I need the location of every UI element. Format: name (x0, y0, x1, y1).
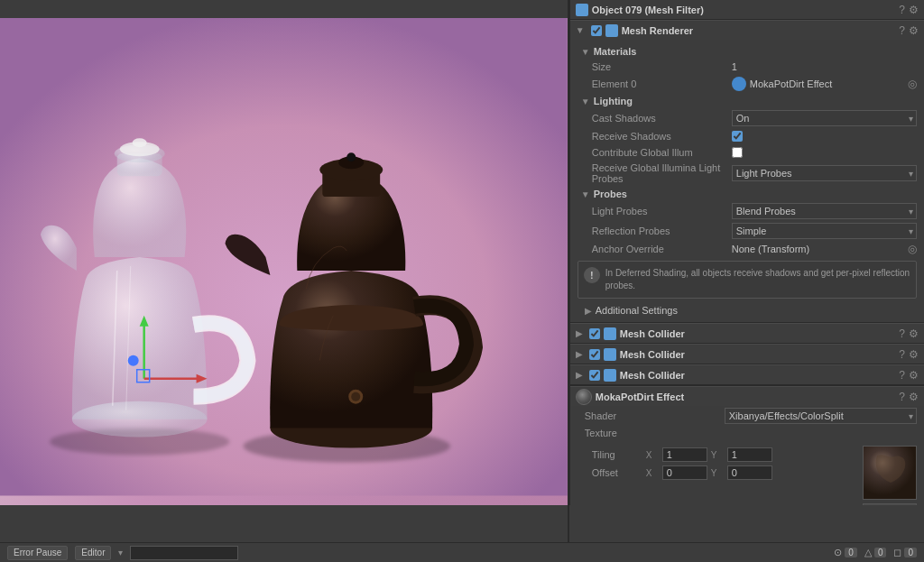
receive-global-label: Receive Global Illumina Light Probes (592, 162, 732, 184)
info-counter: ◻ 0 (893, 547, 917, 558)
mc1-help[interactable]: ? (899, 327, 905, 340)
mat-settings[interactable]: ⚙ (909, 391, 919, 403)
warning-counter: △ 0 (864, 547, 887, 558)
anchor-target-icon[interactable]: ◎ (908, 243, 917, 255)
mesh-collider-3-header[interactable]: ▶ Mesh Collider ? ⚙ (570, 364, 924, 384)
size-label: Size (592, 61, 732, 72)
contribute-global-checkbox[interactable] (732, 147, 743, 158)
mesh-renderer-checkbox[interactable] (591, 25, 602, 36)
anchor-override-row: Anchor Override None (Transform) ◎ (570, 241, 924, 257)
offset-y-axis: Y (711, 468, 724, 478)
mesh-renderer-header[interactable]: ▼ Mesh Renderer ? ⚙ (570, 20, 924, 40)
shader-label: Shader (585, 410, 725, 421)
texture-preview[interactable] (863, 446, 917, 500)
mc2-checkbox[interactable] (589, 349, 600, 360)
mc2-arrow: ▶ (576, 349, 583, 359)
info-counter-icon: ◻ (893, 547, 901, 558)
material-section: MokaPotDirt Effect ? ⚙ Shader Xibanya/Ef… (570, 385, 924, 505)
shader-select[interactable]: Xibanya/Effects/ColorSplit (725, 408, 917, 424)
tiling-label: Tiling (592, 449, 646, 460)
mc1-checkbox[interactable] (589, 328, 600, 339)
mc1-settings[interactable]: ⚙ (909, 327, 919, 340)
offset-y-input[interactable] (727, 465, 772, 480)
receive-global-select[interactable]: Light Probes (732, 165, 917, 181)
scene-view[interactable] (0, 0, 568, 505)
cast-shadows-select[interactable]: On Off Two Sided Shadows Only (732, 110, 917, 126)
size-value: 1 (732, 61, 917, 72)
mesh-collider-2-header[interactable]: ▶ Mesh Collider ? ⚙ (570, 344, 924, 364)
mesh-collider-1-header[interactable]: ▶ Mesh Collider ? ⚙ (570, 323, 924, 343)
tiling-x-input[interactable] (662, 447, 707, 462)
anchor-override-value: None (Transform) (732, 244, 904, 254)
offset-label: Offset (592, 467, 646, 478)
mc3-help[interactable]: ? (899, 369, 905, 382)
tiling-y-axis: Y (711, 450, 724, 460)
mc3-arrow: ▶ (576, 370, 583, 380)
tiling-y-input[interactable] (727, 447, 772, 462)
shader-row: Shader Xibanya/Effects/ColorSplit (570, 406, 924, 426)
warning-icon: △ (864, 547, 872, 558)
svg-point-7 (133, 138, 147, 147)
lighting-section-header[interactable]: ▼ Lighting (570, 93, 924, 108)
mat-help[interactable]: ? (899, 391, 905, 403)
probes-section-header[interactable]: ▼ Probes (570, 186, 924, 201)
mc2-help[interactable]: ? (899, 348, 905, 361)
error-pause-button[interactable]: Error Pause (7, 546, 68, 560)
contribute-global-label: Contribute Global Illum (592, 147, 732, 158)
materials-section-header[interactable]: ▼ Materials (570, 43, 924, 59)
editor-button[interactable]: Editor (75, 546, 111, 560)
mesh-renderer-help[interactable]: ? (899, 24, 905, 37)
object-header: Object 079 (Mesh Filter) ? ⚙ (570, 0, 924, 20)
mc3-label: Mesh Collider (620, 370, 896, 381)
warning-count: 0 (874, 548, 887, 557)
mc2-label: Mesh Collider (620, 349, 896, 360)
offset-x-axis: X (646, 468, 659, 478)
tiling-x-axis: X (646, 450, 659, 460)
svg-point-22 (351, 392, 360, 401)
settings-icon[interactable]: ⚙ (909, 4, 919, 16)
light-probes-label: Light Probes (592, 206, 732, 217)
mesh-renderer-icon (605, 24, 618, 37)
mc2-icon (604, 348, 616, 361)
cast-shadows-label: Cast Shadows (592, 113, 732, 124)
info-icon: ! (584, 267, 600, 283)
offset-row: Offset X Y (578, 464, 857, 482)
inspector-panel: Object 079 (Mesh Filter) ? ⚙ ▼ Mesh Rend… (569, 0, 924, 505)
additional-settings[interactable]: ▶ Additional Settings (570, 302, 924, 318)
offset-x-input[interactable] (662, 465, 707, 480)
mesh-collider-1-section: ▶ Mesh Collider ? ⚙ (570, 323, 924, 344)
mesh-renderer-settings[interactable]: ⚙ (909, 24, 919, 37)
mesh-renderer-body: ▼ Materials Size 1 Element 0 MokaPotDirt… (570, 40, 924, 322)
additional-label: Additional Settings (596, 305, 678, 316)
material-icon (732, 77, 746, 91)
texture-label-row: Texture (570, 426, 924, 442)
material-header: MokaPotDirt Effect ? ⚙ (570, 386, 924, 406)
reflection-probes-label: Reflection Probes (592, 226, 732, 236)
light-probes-row: Light Probes Blend Probes Off Use Proxy … (570, 201, 924, 221)
receive-shadows-checkbox[interactable] (732, 131, 743, 142)
help-icon[interactable]: ? (899, 4, 905, 16)
dropdown-arrow: ▾ (118, 548, 123, 557)
material-thumbnail (576, 389, 592, 405)
lighting-label: Lighting (594, 96, 633, 106)
status-search[interactable] (130, 546, 238, 560)
status-bar: Error Pause Editor ▾ ⊙ 0 △ 0 ◻ 0 (0, 542, 924, 562)
svg-point-14 (128, 355, 139, 366)
mc2-settings[interactable]: ⚙ (909, 348, 919, 361)
texture-select-button[interactable]: Select (863, 503, 917, 505)
target-icon[interactable]: ◎ (908, 78, 917, 90)
info-count: 0 (904, 548, 917, 557)
viewport-toolbar (0, 0, 568, 18)
texture-label: Texture (585, 428, 725, 438)
receive-global-row: Receive Global Illumina Light Probes Lig… (570, 161, 924, 186)
info-text: In Deferred Shading, all objects receive… (605, 267, 910, 292)
mc1-icon (604, 327, 616, 340)
light-probes-select[interactable]: Blend Probes Off Use Proxy Volume (732, 203, 917, 219)
mc3-checkbox[interactable] (589, 370, 600, 381)
lighting-arrow: ▼ (581, 97, 590, 106)
material-name: MokaPotDirt Effect (596, 392, 896, 402)
viewport-panel[interactable] (0, 0, 568, 505)
reflection-probes-select[interactable]: Simple Off Blend Probes (732, 223, 917, 239)
contribute-global-row: Contribute Global Illum (570, 144, 924, 161)
mc3-settings[interactable]: ⚙ (909, 369, 919, 382)
